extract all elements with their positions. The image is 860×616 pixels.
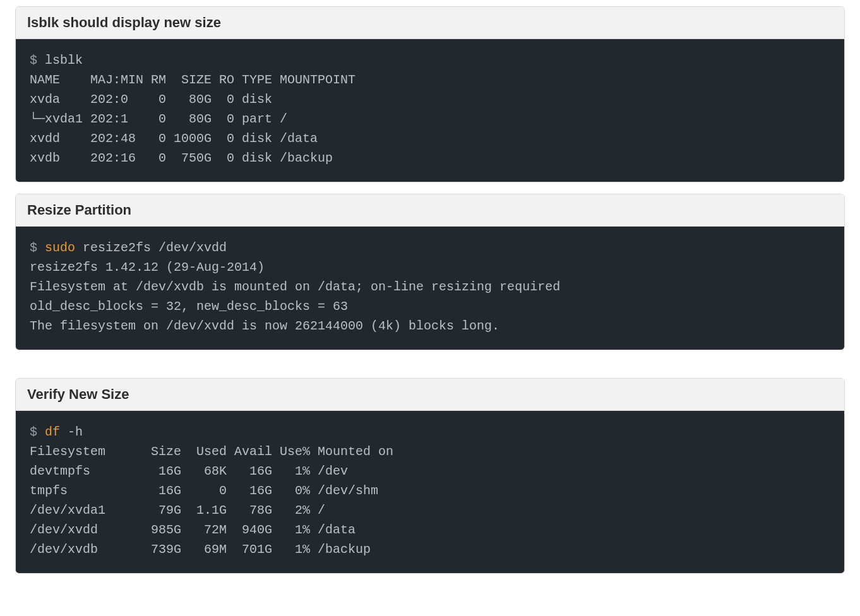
terminal-text: Filesystem at /dev/xvdb is mounted on /d… xyxy=(30,280,560,294)
terminal-text: tmpfs 16G 0 16G 0% /dev/shm xyxy=(30,483,378,498)
terminal-text: └─xvda1 202:1 0 80G 0 part / xyxy=(30,112,287,126)
terminal-line: $ lsblk xyxy=(30,50,830,70)
terminal-text: devtmpfs 16G 68K 16G 1% /dev xyxy=(30,464,348,478)
terminal-line: old_desc_blocks = 32, new_desc_blocks = … xyxy=(30,297,830,316)
terminal-line: /dev/xvdb 739G 69M 701G 1% /backup xyxy=(30,540,830,559)
terminal-line: Filesystem Size Used Avail Use% Mounted … xyxy=(30,442,830,461)
panel-header: lsblk should display new size xyxy=(16,7,844,39)
terminal-line: The filesystem on /dev/xvdd is now 26214… xyxy=(30,316,830,336)
terminal-text: /dev/xvdd 985G 72M 940G 1% /data xyxy=(30,523,355,537)
terminal-line: $ sudo resize2fs /dev/xvdd xyxy=(30,238,830,258)
highlighted-command: sudo xyxy=(45,240,83,255)
terminal-line: $ df -h xyxy=(30,422,830,442)
code-panel: Resize Partition$ sudo resize2fs /dev/xv… xyxy=(15,194,845,350)
terminal-text: old_desc_blocks = 32, new_desc_blocks = … xyxy=(30,299,348,314)
terminal-line: devtmpfs 16G 68K 16G 1% /dev xyxy=(30,461,830,481)
terminal-text: Filesystem Size Used Avail Use% Mounted … xyxy=(30,444,393,459)
panel-header: Resize Partition xyxy=(16,194,844,227)
terminal-text: NAME MAJ:MIN RM SIZE RO TYPE MOUNTPOINT xyxy=(30,73,355,87)
prompt-symbol: $ xyxy=(30,240,45,255)
terminal-text: The filesystem on /dev/xvdd is now 26214… xyxy=(30,319,499,333)
terminal-text: lsblk xyxy=(45,53,83,68)
terminal-line: xvdb 202:16 0 750G 0 disk /backup xyxy=(30,148,830,168)
code-panel: lsblk should display new size$ lsblkNAME… xyxy=(15,6,845,182)
terminal-output: $ lsblkNAME MAJ:MIN RM SIZE RO TYPE MOUN… xyxy=(16,39,844,182)
terminal-text: /dev/xvdb 739G 69M 701G 1% /backup xyxy=(30,542,371,557)
terminal-line: /dev/xvda1 79G 1.1G 78G 2% / xyxy=(30,500,830,520)
terminal-line: NAME MAJ:MIN RM SIZE RO TYPE MOUNTPOINT xyxy=(30,70,830,90)
terminal-text: /dev/xvda1 79G 1.1G 78G 2% / xyxy=(30,503,325,518)
terminal-output: $ df -hFilesystem Size Used Avail Use% M… xyxy=(16,411,844,573)
terminal-line: resize2fs 1.42.12 (29-Aug-2014) xyxy=(30,258,830,277)
terminal-text: -h xyxy=(68,425,83,439)
panel-header: Verify New Size xyxy=(16,379,844,411)
highlighted-command: df xyxy=(45,425,68,439)
prompt-symbol: $ xyxy=(30,53,45,68)
terminal-text: xvdd 202:48 0 1000G 0 disk /data xyxy=(30,131,318,146)
terminal-text: xvdb 202:16 0 750G 0 disk /backup xyxy=(30,151,333,165)
terminal-text: resize2fs /dev/xvdd xyxy=(83,240,227,255)
terminal-line: xvda 202:0 0 80G 0 disk xyxy=(30,90,830,109)
panel-title: lsblk should display new size xyxy=(27,15,833,31)
terminal-text: xvda 202:0 0 80G 0 disk xyxy=(30,92,272,107)
terminal-line: └─xvda1 202:1 0 80G 0 part / xyxy=(30,109,830,129)
terminal-output: $ sudo resize2fs /dev/xvddresize2fs 1.42… xyxy=(16,227,844,350)
code-panel: Verify New Size$ df -hFilesystem Size Us… xyxy=(15,378,845,574)
terminal-line: /dev/xvdd 985G 72M 940G 1% /data xyxy=(30,520,830,540)
terminal-line: tmpfs 16G 0 16G 0% /dev/shm xyxy=(30,481,830,500)
panel-title: Verify New Size xyxy=(27,386,833,403)
terminal-text: resize2fs 1.42.12 (29-Aug-2014) xyxy=(30,260,265,275)
panel-title: Resize Partition xyxy=(27,202,833,218)
terminal-line: xvdd 202:48 0 1000G 0 disk /data xyxy=(30,129,830,148)
terminal-line: Filesystem at /dev/xvdb is mounted on /d… xyxy=(30,277,830,297)
prompt-symbol: $ xyxy=(30,425,45,439)
